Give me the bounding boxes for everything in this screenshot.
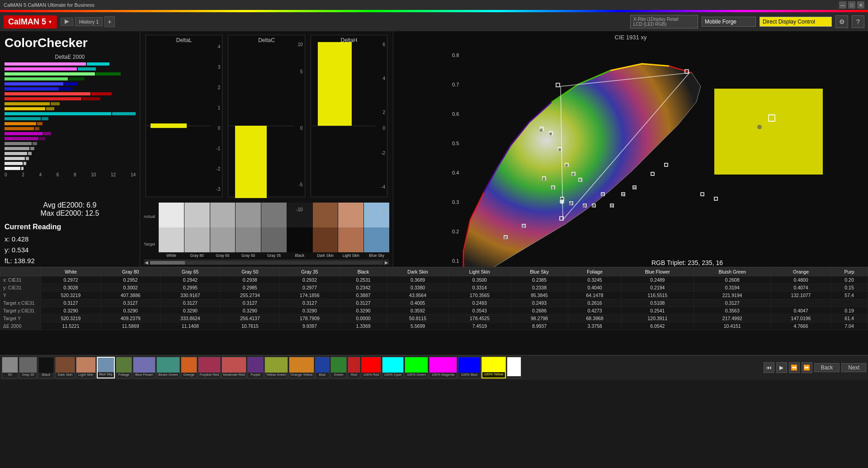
deltaC-chart: DeltaC 10 5 0 -5 -10: [228, 35, 305, 197]
filmstrip-item-foliage[interactable]: Foliage: [116, 357, 132, 378]
x-value: x: 0.428: [5, 234, 135, 245]
filmstrip-prev-prev[interactable]: ⏮: [764, 362, 774, 373]
filmstrip-item-lightskin[interactable]: Light Skin: [76, 357, 96, 378]
settings-button[interactable]: ⚙: [835, 15, 848, 28]
charts-row: DeltaL 4 3 2 1 0 -1 -2 -3 -4: [140, 31, 393, 201]
table-row-ty: Target y:CIE31 0.32900.32900.32900.32900…: [0, 307, 868, 315]
filmstrip-item-darkskin[interactable]: Dark Skin: [55, 357, 75, 378]
filmstrip-prev[interactable]: ⏪: [789, 362, 800, 373]
cie-title: CIE 1931 xy: [393, 31, 868, 43]
deltae-label: DeltaE 2000: [5, 54, 135, 60]
fl-value: fL: 138.92: [5, 255, 135, 266]
left-panel: ColorChecker DeltaE 2000: [0, 31, 140, 267]
svg-text:0.4: 0.4: [452, 170, 459, 175]
filmstrip-item-white-end[interactable]: [507, 357, 521, 378]
filmstrip-item-blue[interactable]: Blue: [315, 357, 330, 378]
add-tab-button[interactable]: +: [104, 16, 114, 27]
close-button[interactable]: ✕: [857, 1, 864, 9]
device1-dropdown[interactable]: X-Rite i1Display Retail LCD (LED RGB): [630, 15, 698, 28]
filmstrip-item-orange[interactable]: Orange: [181, 357, 197, 378]
filmstrip-item-gray35[interactable]: Gray 35: [19, 357, 37, 378]
filmstrip-item-bluishgreen[interactable]: Bluish Green: [156, 357, 180, 378]
main-area: ColorChecker DeltaE 2000: [0, 31, 868, 355]
svg-point-61: [504, 236, 507, 239]
svg-point-49: [572, 173, 575, 176]
device3-dropdown[interactable]: Direct Display Control: [760, 17, 832, 27]
help-button[interactable]: ?: [852, 15, 864, 28]
svg-point-51: [542, 178, 545, 180]
next-button[interactable]: Next: [841, 363, 866, 372]
row-label-tx: Target x:CIE31: [0, 299, 41, 307]
scrollbar-thumb[interactable]: [150, 261, 185, 265]
swatch-gray65: Gray 65: [210, 203, 236, 258]
col-blueflower: Blue Flower: [622, 268, 693, 276]
swatch-bluesky: Blue Sky: [364, 203, 389, 258]
deltaL-title: DeltaL: [146, 35, 222, 45]
back-button[interactable]: Back: [814, 363, 840, 372]
filmstrip-item-100red[interactable]: 100% Red: [361, 357, 381, 378]
avg-deltae: Avg dE2000: 6.9: [5, 201, 135, 209]
scrollbar-track[interactable]: [150, 261, 383, 265]
swatch-gray35-actual: [261, 203, 287, 227]
bar-row: [5, 92, 136, 96]
filmstrip-item-purplishred[interactable]: Purplish Red: [198, 357, 221, 378]
filmstrip-item-100yellow[interactable]: 100% Yellow: [481, 357, 506, 378]
svg-point-62: [522, 225, 525, 228]
filmstrip-item-black[interactable]: Black: [38, 357, 54, 378]
swatch-black-target: [287, 227, 312, 252]
rgb-triplet-text: RGB Triplet: 235, 235, 16: [651, 259, 723, 266]
device2-label: Mobile Forge: [705, 19, 736, 25]
minimize-button[interactable]: —: [839, 1, 846, 9]
device2-dropdown[interactable]: Mobile Forge: [702, 17, 756, 27]
col-bluishgreen: Bluish Green: [693, 268, 771, 276]
window-controls[interactable]: — □ ✕: [839, 1, 864, 9]
swatch-gray50-label: Gray 50: [236, 252, 261, 258]
svg-text:0.2: 0.2: [452, 229, 459, 234]
app-title: CalMAN 5 CalMAN Ultimate for Business: [4, 2, 94, 8]
calman-logo[interactable]: CalMAN 5 ▼: [4, 15, 57, 28]
filmstrip-item-100green[interactable]: 100% Green: [405, 357, 428, 378]
filmstrip-item-bluesky[interactable]: Blue Sky: [97, 357, 115, 378]
history-tabs: History 1 +: [61, 16, 115, 27]
filmstrip-play[interactable]: ▶: [776, 362, 787, 373]
filmstrip-next[interactable]: ⏩: [802, 362, 812, 373]
filmstrip-item-purple[interactable]: Purple: [247, 357, 264, 378]
play-button[interactable]: [61, 18, 73, 26]
history-tab-1[interactable]: History 1: [75, 17, 103, 26]
table-row-tY: Target Y 520.3219409.2379333.8624256.413…: [0, 315, 868, 322]
filmstrip-item-moderatered[interactable]: Moderate Red: [222, 357, 246, 378]
filmstrip-item-100cyan[interactable]: 100% Cyan: [382, 357, 404, 378]
filmstrip-item-red[interactable]: Red: [348, 357, 360, 378]
svg-text:0.1: 0.1: [452, 258, 459, 264]
swatch-gray35-target: [261, 227, 287, 252]
swatches-scrollbar[interactable]: ◀ ▶: [144, 260, 389, 265]
svg-text:0.8: 0.8: [452, 52, 459, 58]
swatch-gray35: Gray 35: [261, 203, 287, 258]
col-bluesky: Blue Sky: [511, 268, 568, 276]
maximize-button[interactable]: □: [848, 1, 855, 9]
swatch-bluesky-label: Blue Sky: [364, 252, 389, 258]
table-row-de: ΔE 2000 11.522111.586911.140810.76159.93…: [0, 322, 868, 330]
calman-version: CalMAN 5: [8, 17, 46, 27]
swatch-lightskin-target: [338, 227, 363, 252]
filmstrip-item-100magenta[interactable]: 100% Magenta: [429, 357, 457, 378]
filmstrip-item-100blue[interactable]: 100% Blue: [458, 357, 481, 378]
col-lightskin: Light Skin: [448, 268, 511, 276]
filmstrip-item-yellowgreen[interactable]: Yellow Green: [264, 357, 288, 378]
filmstrip-item-orangeyellow[interactable]: Orange Yellow: [289, 357, 314, 378]
bar-row: [5, 151, 136, 156]
col-gray50: Gray 50: [220, 268, 280, 276]
page-title: ColorChecker: [5, 36, 135, 50]
filmstrip-nav: ⏮ ▶ ⏪ ⏩ Back Next: [764, 362, 866, 373]
filmstrip-item-blueflower[interactable]: Blue Flower: [133, 357, 156, 378]
svg-point-52: [552, 187, 554, 189]
svg-text:0.5: 0.5: [452, 141, 459, 146]
svg-text:0.7: 0.7: [452, 82, 459, 87]
swatch-lightskin: Light Skin: [338, 203, 363, 258]
col-white: White: [41, 268, 101, 276]
col-darkskin: Dark Skin: [387, 268, 448, 276]
filmstrip-item-green[interactable]: Green: [330, 357, 347, 378]
filmstrip-item-50[interactable]: 50: [2, 357, 18, 378]
col-foliage: Foliage: [568, 268, 622, 276]
bar-row: [5, 62, 136, 66]
